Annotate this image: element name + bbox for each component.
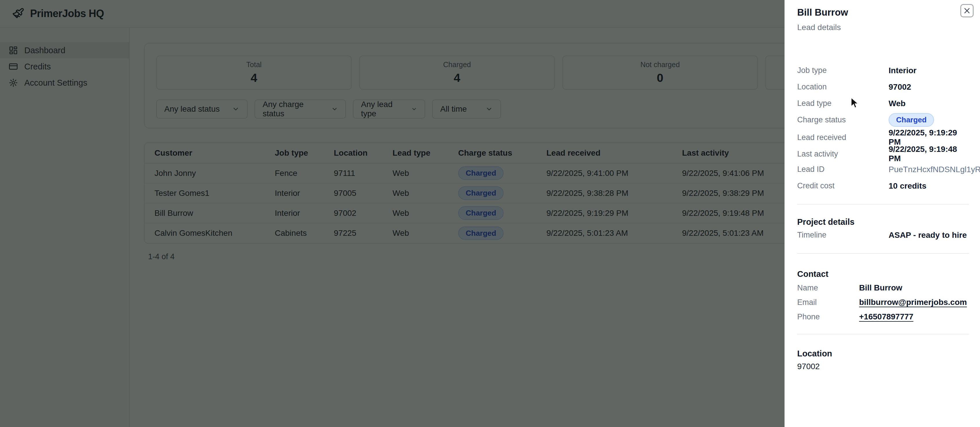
- field-row-charge-status: Charge status Charged: [797, 112, 969, 128]
- field-value: 97002: [889, 83, 969, 92]
- field-row-timeline: Timeline ASAP - ready to hire: [797, 227, 969, 243]
- close-icon: [963, 7, 971, 14]
- contact-row-phone: Phone +16507897777: [797, 309, 969, 324]
- field-value: 10 credits: [889, 182, 969, 191]
- field-row-lead-id: Lead ID PueTnzHcxfNDSNLgl1yR: [797, 161, 969, 178]
- field-value: 9/22/2025, 9:19:48 PM: [889, 145, 969, 163]
- field-label: Lead ID: [797, 165, 889, 174]
- field-row-location: Location 97002: [797, 79, 969, 95]
- field-value: 9/22/2025, 9:19:29 PM: [889, 128, 969, 147]
- location-heading: Location: [797, 349, 969, 358]
- field-label: Email: [797, 298, 859, 307]
- contact-row-name: Name Bill Burrow: [797, 280, 969, 295]
- field-label: Lead type: [797, 99, 889, 108]
- field-row-lead-type: Lead type Web: [797, 95, 969, 112]
- field-value: Web: [889, 99, 969, 108]
- field-label: Timeline: [797, 231, 889, 239]
- close-button[interactable]: [960, 4, 974, 18]
- app-screen: PrimerJobs HQ Dashboard Credits Account …: [0, 0, 980, 427]
- contact-name-value: Bill Burrow: [859, 283, 969, 293]
- lead-details-panel: Bill Burrow Lead details Job type Interi…: [784, 0, 980, 427]
- lead-fields: Job type Interior Location 97002 Lead ty…: [797, 62, 969, 194]
- field-row-job-type: Job type Interior: [797, 62, 969, 79]
- contact-row-email: Email billburrow@primerjobs.com: [797, 295, 969, 309]
- field-row-lead-received: Lead received 9/22/2025, 9:19:29 PM: [797, 128, 969, 145]
- email-link[interactable]: billburrow@primerjobs.com: [859, 298, 969, 307]
- field-label: Charge status: [797, 115, 889, 124]
- field-label: Job type: [797, 66, 889, 75]
- location-value: 97002: [797, 362, 969, 371]
- contact-heading: Contact: [797, 269, 969, 279]
- field-value: ASAP - ready to hire: [889, 231, 969, 240]
- field-value: Interior: [889, 66, 969, 75]
- field-label: Phone: [797, 312, 859, 322]
- project-details-heading: Project details: [797, 217, 969, 227]
- charged-badge: Charged: [889, 113, 934, 127]
- phone-link[interactable]: +16507897777: [859, 312, 969, 322]
- divider: [797, 253, 969, 254]
- field-row-last-activity: Last activity 9/22/2025, 9:19:48 PM: [797, 145, 969, 161]
- divider: [797, 334, 969, 335]
- contact-block: Name Bill Burrow Email billburrow@primer…: [797, 280, 969, 324]
- modal-overlay[interactable]: [0, 0, 784, 427]
- field-label: Lead received: [797, 133, 889, 142]
- divider: [797, 204, 969, 204]
- panel-subtitle: Lead details: [797, 23, 969, 32]
- field-value: PueTnzHcxfNDSNLgl1yR: [889, 165, 980, 174]
- panel-title: Bill Burrow: [797, 7, 969, 18]
- field-label: Credit cost: [797, 182, 889, 190]
- field-row-credit-cost: Credit cost 10 credits: [797, 178, 969, 194]
- field-label: Location: [797, 83, 889, 91]
- field-label: Name: [797, 284, 859, 293]
- field-label: Last activity: [797, 150, 889, 159]
